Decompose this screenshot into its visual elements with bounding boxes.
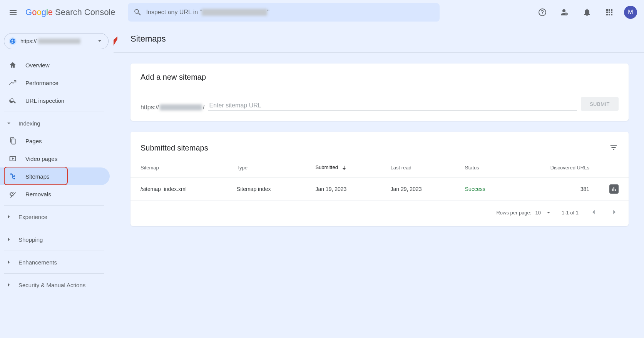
sidebar-item-removals[interactable]: Removals (0, 185, 110, 203)
chevron-right-icon (5, 281, 12, 288)
filter-button[interactable] (607, 141, 620, 155)
video-icon (8, 155, 17, 162)
chevron-right-icon (610, 208, 619, 216)
sort-desc-icon (341, 165, 347, 171)
nav-section-label: Security & Manual Actions (18, 282, 85, 288)
bar-chart-icon (611, 186, 617, 192)
hamburger-icon (8, 8, 18, 17)
submitted-sitemaps-card: Submitted sitemaps Sitemap Type Submitte… (130, 132, 629, 226)
product-logo[interactable]: Google Search Console (25, 7, 115, 17)
sidebar-item-label: Video pages (25, 156, 57, 162)
property-selector[interactable]: https:// (4, 33, 109, 49)
account-avatar[interactable]: M (624, 6, 637, 19)
property-label: https:// (20, 38, 80, 44)
bell-icon (582, 8, 592, 17)
submit-sitemap-button[interactable]: SUBMIT (581, 97, 619, 111)
col-status[interactable]: Status (455, 158, 514, 177)
col-last-read[interactable]: Last read (380, 158, 455, 177)
nav-section-experience[interactable]: Experience (0, 208, 114, 226)
sitemap-url-prefix: https:/// (141, 104, 204, 111)
trend-icon (8, 79, 17, 87)
nav-section-enhancements[interactable]: Enhancements (0, 253, 114, 271)
search-placeholder: Inspect any URL in "" (146, 9, 269, 16)
sidebar-item-sitemaps[interactable]: Sitemaps (0, 167, 110, 185)
sitemap-url-input[interactable] (208, 100, 577, 111)
cell-discovered: 381 (514, 177, 599, 201)
page-title: Sitemaps (114, 25, 644, 53)
filter-icon (609, 143, 618, 152)
pager-next-button[interactable] (609, 206, 620, 219)
sidebar-item-label: Performance (25, 80, 59, 86)
table-header-row: Sitemap Type Submitted Last read Status … (130, 158, 629, 177)
col-sitemap[interactable]: Sitemap (130, 158, 227, 177)
nav-divider (4, 112, 104, 112)
menu-button[interactable] (5, 5, 21, 20)
help-icon (538, 8, 547, 17)
nav-divider (4, 251, 104, 251)
sidebar-nav: Overview Performance URL inspection Inde… (0, 56, 114, 294)
col-submitted[interactable]: Submitted (305, 158, 380, 177)
nav-section-shopping[interactable]: Shopping (0, 231, 114, 248)
url-inspection-search[interactable]: Inspect any URL in "" (128, 3, 440, 22)
home-icon (8, 61, 17, 69)
removals-icon (8, 190, 17, 198)
sidebar-item-label: Sitemaps (25, 173, 50, 180)
notifications-button[interactable] (579, 5, 595, 20)
add-sitemap-title: Add a new sitemap (141, 73, 619, 82)
chevron-left-icon (589, 208, 598, 216)
sitemap-icon (8, 172, 17, 180)
globe-icon (9, 37, 17, 45)
nav-divider (4, 205, 104, 206)
col-discovered[interactable]: Discovered URLs (514, 158, 599, 177)
google-wordmark: Google (25, 7, 53, 17)
sidebar-item-url-inspection[interactable]: URL inspection (0, 92, 110, 109)
page-range: 1-1 of 1 (562, 210, 579, 216)
table-row[interactable]: /sitemap_index.xml Sitemap index Jan 19,… (130, 177, 629, 201)
nav-section-indexing[interactable]: Indexing (0, 114, 114, 132)
help-button[interactable] (535, 5, 550, 20)
search-icon (8, 97, 17, 104)
pager-prev-button[interactable] (588, 206, 599, 219)
rows-per-page-label: Rows per page: (496, 210, 531, 216)
chevron-down-icon (545, 209, 552, 216)
add-sitemap-card: Add a new sitemap https:/// SUBMIT (130, 64, 629, 121)
nav-section-label: Enhancements (18, 259, 57, 266)
nav-divider (4, 228, 104, 228)
apps-button[interactable] (602, 5, 617, 20)
top-right-icons: M (535, 5, 637, 20)
chevron-down-icon (5, 120, 12, 127)
sidebar-item-label: Pages (25, 138, 42, 144)
main-content: Sitemaps Add a new sitemap https:/// SUB… (114, 25, 644, 338)
chevron-right-icon (5, 259, 12, 266)
apps-grid-icon (605, 8, 614, 17)
user-settings-icon (560, 8, 569, 17)
rows-per-page[interactable]: Rows per page: 10 (496, 209, 552, 216)
sitemaps-table: Sitemap Type Submitted Last read Status … (130, 158, 629, 201)
submitted-sitemaps-title: Submitted sitemaps (141, 144, 208, 152)
sidebar: https:// Overview Performance URL inspec… (0, 25, 114, 338)
top-bar: Google Search Console Inspect any URL in… (0, 0, 644, 25)
users-settings-button[interactable] (557, 5, 572, 20)
cell-submitted: Jan 19, 2023 (305, 177, 380, 201)
cell-last-read: Jan 29, 2023 (380, 177, 455, 201)
sidebar-item-label: URL inspection (25, 97, 64, 104)
nav-section-security[interactable]: Security & Manual Actions (0, 276, 114, 294)
search-icon (133, 8, 142, 17)
cell-type: Sitemap index (227, 177, 306, 201)
col-type[interactable]: Type (227, 158, 306, 177)
table-pager: Rows per page: 10 1-1 of 1 (130, 201, 629, 226)
cell-sitemap: /sitemap_index.xml (130, 177, 227, 201)
sidebar-item-video-pages[interactable]: Video pages (0, 150, 110, 167)
sidebar-item-label: Removals (25, 191, 51, 197)
rows-per-page-value: 10 (535, 210, 540, 216)
sidebar-item-pages[interactable]: Pages (0, 132, 110, 150)
product-name: Search Console (55, 7, 115, 17)
row-details-button[interactable] (609, 184, 619, 194)
sidebar-item-performance[interactable]: Performance (0, 74, 110, 92)
nav-section-label: Experience (18, 214, 47, 220)
nav-section-label: Indexing (18, 120, 40, 127)
nav-divider (4, 273, 104, 274)
chevron-down-icon (96, 37, 104, 46)
chevron-right-icon (5, 236, 12, 243)
sidebar-item-overview[interactable]: Overview (0, 56, 110, 74)
